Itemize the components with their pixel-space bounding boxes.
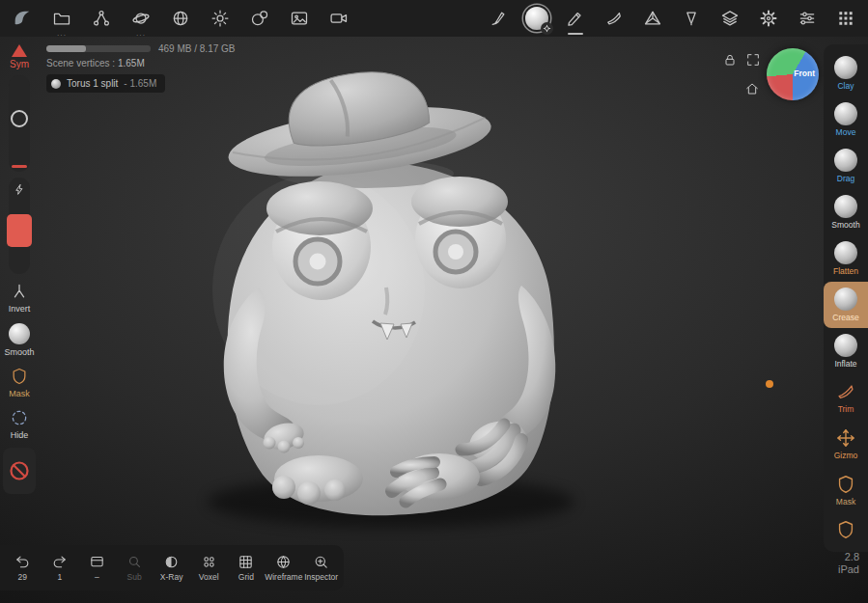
card-icon [89,554,105,570]
xray-label: X-Ray [160,572,183,582]
left-toolbar: Sym Invert Smooth Mask Hide [0,44,39,494]
card-label: – [95,572,99,582]
smooth-sphere-icon [9,323,30,344]
undo-button[interactable]: 29 [4,554,42,582]
tool-label: Flatten [833,266,858,276]
orientation-gizmo[interactable]: Front [767,48,819,100]
xray-button[interactable]: X-Ray [153,554,190,582]
redo-count: 1 [58,572,63,582]
voxel-label: Voxel [199,572,219,582]
camera-lock-icon[interactable] [720,50,740,69]
tool-label: Mask [836,497,855,507]
tool-label: Trim [838,404,854,414]
tool-label: Smooth [831,220,859,230]
interface-grid-icon[interactable] [833,6,858,31]
tool-flatten[interactable]: Flatten [824,235,868,282]
grid-icon [238,554,254,570]
home-view-icon[interactable] [742,79,762,98]
sub-button[interactable]: Sub [116,554,154,582]
tool-clay[interactable]: Clay [824,50,868,96]
object-vertices: - 1.65M [124,77,156,90]
matcap-spheres-icon[interactable] [247,6,272,31]
tool-label: Move [836,127,856,137]
intensity-slider[interactable] [9,178,30,274]
topology-prism-icon[interactable] [640,6,665,31]
top-toolbar: ··· ··· [0,0,868,37]
smooth-label: Smooth [4,347,34,357]
paint-brush-icon[interactable] [486,6,511,31]
memory-bar [46,45,151,52]
tool-label: Inflate [834,359,856,369]
voxel-button[interactable]: Voxel [190,554,228,582]
undo-count: 29 [18,572,27,582]
tool-smooth[interactable]: Smooth [824,189,868,235]
hide-button[interactable]: Hide [0,406,39,442]
reference-card-button[interactable]: – [78,554,116,582]
smooth-button[interactable]: Smooth [0,321,39,359]
tool-crease[interactable]: Crease [824,282,868,328]
app-logo-icon[interactable] [10,6,35,31]
tool-mask[interactable]: Mask [824,467,868,513]
pencil-icon[interactable] [563,6,588,31]
fullscreen-icon[interactable] [743,50,763,69]
sliders-icon[interactable] [795,6,820,31]
inspector-label: Inspector [304,572,338,582]
top-toolbar-left-group: ··· ··· [10,6,351,31]
move-tool-icon [834,102,857,125]
current-material-sphere[interactable] [524,6,549,31]
settings-gear-icon[interactable] [756,6,781,31]
app-version: 2.8 iPad [838,551,859,576]
symmetry-warning-icon [12,44,27,57]
symmetry-button[interactable]: Sym [10,44,29,69]
object-name: Torus 1 split [67,77,118,90]
environment-globe-icon[interactable] [168,6,193,31]
version-number: 2.8 [838,551,859,563]
camera-icon[interactable] [326,6,351,31]
grid-label: Grid [238,572,254,582]
hide-label: Hide [11,430,29,440]
memory-bar-fill [46,45,86,52]
tool-partial[interactable] [824,513,868,552]
radius-slider[interactable] [9,75,30,172]
mask-button[interactable]: Mask [0,365,39,400]
xray-icon [163,554,180,570]
files-folder-icon[interactable]: ··· [49,6,74,31]
device-label: iPad [838,563,859,576]
primitives-icon[interactable]: ··· [128,6,154,31]
inspector-button[interactable]: Inspector [302,554,340,582]
inflate-tool-icon [834,334,857,357]
disabled-feature-button[interactable] [3,448,36,494]
wireframe-button[interactable]: Wireframe [265,554,302,582]
object-chip[interactable]: Torus 1 split - 1.65M [46,74,165,93]
grid-button[interactable]: Grid [228,554,266,582]
tool-label: Gizmo [834,451,858,460]
lighting-sun-icon[interactable] [208,6,233,31]
cone-tool-icon[interactable] [679,6,704,31]
clay-tool-icon [834,56,857,79]
tool-drag[interactable]: Drag [824,143,868,189]
sub-label: Sub [127,572,142,582]
scene-graph-icon[interactable] [89,6,114,31]
scene-vertices-label: Scene vertices : [46,58,115,69]
redo-button[interactable]: 1 [42,554,79,582]
tool-label: Crease [832,313,858,322]
trim-knife-icon [835,381,856,402]
tool-inflate[interactable]: Inflate [824,328,868,374]
intensity-indicator[interactable] [7,214,32,247]
object-sphere-icon [51,79,61,89]
scene-stats: 469 MB / 8.17 GB Scene vertices : 1.65M … [46,42,236,93]
intensity-bolt-icon [14,183,26,196]
tool-trim[interactable]: Trim [824,374,868,421]
image-icon[interactable] [287,6,312,31]
invert-button[interactable]: Invert [0,280,39,315]
layers-icon[interactable] [717,6,742,31]
knife-icon[interactable] [602,6,627,31]
tool-move[interactable]: Move [824,96,868,143]
sculpt-tools-panel: Clay Move Drag Smooth Flatten Crease Inf… [824,44,868,552]
crease-tool-icon [834,288,857,311]
flatten-tool-icon [834,241,857,264]
radius-slider-handle[interactable] [11,110,28,127]
symmetry-label: Sym [10,59,29,69]
orange-indicator-dot [766,380,773,388]
tool-gizmo[interactable]: Gizmo [824,421,868,467]
